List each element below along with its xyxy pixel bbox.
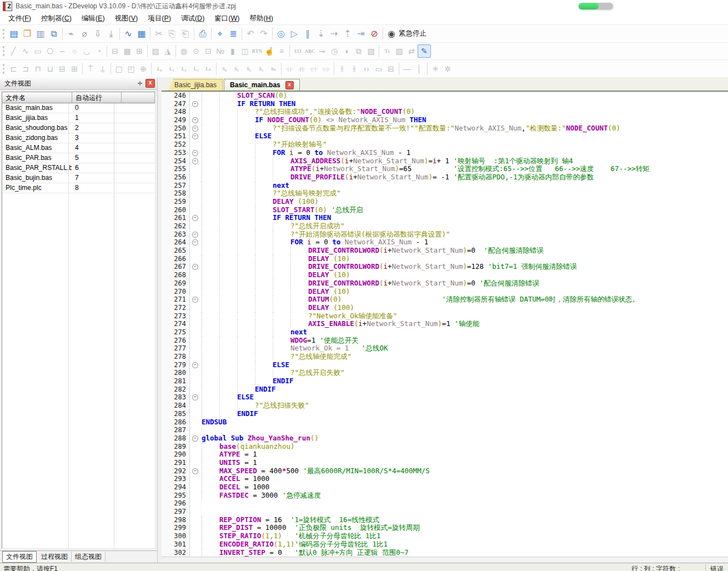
toolbar-grip[interactable] [3, 46, 4, 56]
text-style-icon[interactable]: Tt [381, 45, 393, 57]
print-icon[interactable]: ⎙ [196, 27, 209, 41]
menu-window[interactable]: 窗口(W) [209, 13, 244, 24]
screen-3-icon[interactable]: S₃ [255, 63, 267, 75]
code-line[interactable]: 265DRIVE_CONTROLWORD(i+Network_Start_Num… [162, 247, 728, 255]
code-line[interactable]: 298REP_OPTION = 16 '1=旋转模式 16=线性模式 [162, 516, 728, 524]
fold-minus-icon[interactable]: − [192, 101, 198, 107]
code-line[interactable]: 268DELAY (10) [162, 271, 728, 279]
bus-state-icon[interactable]: ▦ [135, 27, 148, 41]
code-line[interactable]: 283−ELSE [162, 393, 728, 402]
open-folder-icon[interactable]: ❐ [21, 27, 34, 41]
code-line[interactable]: 278?"总线轴使能完成" [162, 353, 728, 361]
fold-marker[interactable]: − [190, 434, 202, 443]
fold-minus-icon[interactable]: − [192, 117, 198, 123]
button-widget-icon[interactable]: BTN [251, 45, 263, 57]
file-row[interactable]: Basic_PAR.bas5 [2, 153, 155, 163]
palette-icon[interactable]: ◖ [340, 45, 353, 57]
cut-icon[interactable]: ✂ [152, 27, 165, 41]
list-view-icon[interactable]: ≡ [275, 45, 288, 57]
shape-transform-icon[interactable]: ◮ [162, 45, 174, 57]
fold-marker[interactable]: − [190, 295, 202, 304]
code-line[interactable]: 293ACCEL = 1000 [162, 475, 728, 483]
code-line[interactable]: 246SLOT_SCAN(0) [162, 92, 728, 100]
layer-0-icon[interactable]: L₀ [153, 63, 165, 75]
code-line[interactable]: 279−ELSE [162, 361, 728, 369]
freehand-draw-icon[interactable]: ✎ [418, 44, 431, 58]
draw-line-icon[interactable]: ╱ [7, 45, 19, 57]
contact-rising-icon[interactable]: -|↑|- [308, 63, 320, 75]
code-line[interactable]: 284?"总线扫描失败" [162, 402, 728, 410]
file-row[interactable]: Basic_jijia.bas1 [2, 113, 155, 123]
pin-icon[interactable]: ✛ [136, 79, 144, 87]
code-line[interactable]: 273?"Network_Ok轴使能准备" [162, 312, 728, 320]
menu-controller[interactable]: 控制器(C) [36, 13, 77, 24]
text-input-icon[interactable]: ABC [304, 45, 316, 57]
fold-minus-icon[interactable]: − [192, 133, 198, 139]
code-line[interactable]: 280?"总线开启失败" [162, 369, 728, 377]
fold-marker[interactable]: − [190, 149, 202, 157]
lock-tool-icon[interactable]: ⍊ [97, 63, 109, 75]
toolbar-grip[interactable] [3, 29, 4, 39]
fold-minus-icon[interactable]: − [192, 468, 198, 474]
copy-icon[interactable]: ⎘ [165, 27, 179, 41]
compare-block-icon[interactable]: ⊟ [385, 63, 397, 75]
layer-n-icon[interactable]: Lₙ [202, 63, 214, 75]
coil-icon[interactable]: ( ) [360, 63, 373, 75]
menu-file[interactable]: 文件(F) [3, 13, 36, 24]
code-line[interactable]: 266DELAY (10) [162, 255, 728, 263]
connect-controller-icon[interactable]: ⌁ [64, 27, 78, 41]
code-line[interactable]: 257next [162, 182, 728, 190]
new-file-icon[interactable]: ▤ [7, 27, 21, 41]
clock-widget-icon[interactable]: ◷ [328, 45, 340, 57]
fold-marker[interactable]: − [190, 238, 202, 247]
code-line[interactable]: 301ENCODER_RATIO(1,1)'编码器分子分母齿轮比 1比1 [162, 540, 728, 549]
step-into-icon[interactable]: ⇣ [314, 27, 328, 41]
code-line[interactable]: 277Network_Ok = 1 '总线OK [162, 344, 728, 353]
fold-marker[interactable]: − [190, 361, 202, 369]
code-line[interactable]: 271−DATUM(0) '清除控制器所有轴错误 DATUM=0时，清除所有轴的… [162, 295, 728, 304]
code-line[interactable]: 251−ELSE [162, 132, 728, 141]
numeric-display-icon[interactable]: № [214, 45, 227, 57]
contact-open-icon[interactable]: -| |- [283, 63, 295, 75]
editor-tab-Basic_jijia.bas[interactable]: Basic_jijia.bas [168, 79, 223, 91]
code-line[interactable]: 259DELAY (100) [162, 198, 728, 206]
screen-1-icon[interactable]: S₁ [230, 63, 243, 75]
column-header-autorun[interactable]: 自动运行 [72, 92, 122, 103]
pin-tool-icon[interactable]: ⍑ [84, 63, 97, 75]
parallel-open-icon[interactable]: ⫲ [336, 63, 348, 75]
counter-icon[interactable]: ⊡ [202, 45, 214, 57]
code-line[interactable]: 286ENDSUB [162, 418, 728, 427]
step-over-icon[interactable]: ⇢ [328, 27, 341, 41]
debug-target-icon[interactable]: ◎ [274, 27, 288, 41]
code-line[interactable]: 299REP_DIST = 10000 '正负极限 units 旋转模式=旋转周… [162, 524, 728, 532]
layer-1-icon[interactable]: L₁ [165, 63, 178, 75]
text-frame-icon[interactable]: ⊞ [133, 45, 145, 57]
code-line[interactable]: 300STEP_RATIO(1,1) '机械分子分母齿轮比 1比1 [162, 532, 728, 540]
fold-marker[interactable]: − [190, 157, 202, 166]
code-line[interactable]: 247−IF RETURN THEN [162, 100, 728, 108]
code-line[interactable]: 270DELAY (10) [162, 288, 728, 296]
crosshair-frame-icon[interactable]: ⊕ [137, 63, 149, 75]
fold-marker[interactable]: − [190, 393, 202, 402]
fold-minus-icon[interactable]: − [192, 435, 198, 442]
code-line[interactable]: 261−IF RETURN THEN [162, 214, 728, 222]
disconnect-controller-icon[interactable]: ⌀ [78, 27, 91, 41]
code-line[interactable]: 272DELAY (100) [162, 304, 728, 312]
dashed-frame-icon[interactable]: ▢ [113, 63, 125, 75]
toolbar-grip[interactable] [3, 64, 4, 74]
ruler-icon[interactable]: ⊟ [109, 45, 121, 57]
code-line[interactable]: 256DRIVE_PROFILE(i+Network_Start_Num)= -… [162, 173, 728, 182]
fold-marker[interactable]: − [190, 467, 202, 475]
horizontal-scrollbar[interactable] [162, 557, 728, 563]
code-line[interactable]: 274AXIS_ENABLE(i+Network_Start_Num)=1 '轴… [162, 320, 728, 328]
image-icon[interactable]: ▨ [149, 45, 162, 57]
code-line[interactable]: 297 [162, 508, 728, 516]
align-left-icon[interactable]: ⊏ [7, 63, 19, 75]
draw-polygon-icon[interactable]: ⎔ [44, 45, 56, 57]
code-line[interactable]: 302INVERT_STEP = 0 '默认0 脉冲+方向 正逻辑 范围0~7 [162, 549, 728, 557]
file-row[interactable]: Plc_time.plc8 [2, 183, 155, 193]
draw-arc-icon[interactable]: ◡ [81, 45, 93, 57]
center-horizontal-icon[interactable]: ⊟ [56, 63, 68, 75]
save-icon[interactable]: ▥ [34, 27, 47, 41]
code-line[interactable]: 294DECEL = 1000 [162, 483, 728, 492]
